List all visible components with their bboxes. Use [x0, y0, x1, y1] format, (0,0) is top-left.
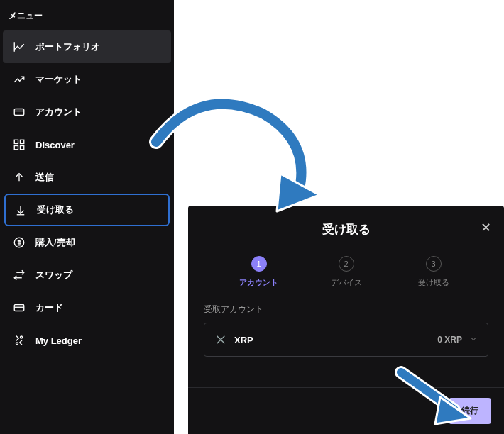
step-number: 1: [251, 256, 267, 272]
step-label: 受け取る: [418, 277, 449, 288]
step-label: デバイス: [331, 277, 362, 288]
modal-footer: 続行: [188, 387, 504, 434]
sidebar-item-accounts[interactable]: アカウント: [0, 96, 174, 128]
account-select[interactable]: XRP 0 XRP: [204, 323, 488, 357]
menu-heading: メニュー: [0, 6, 174, 30]
swap-icon: [13, 269, 26, 282]
modal-title: 受け取る: [322, 221, 371, 238]
svg-rect-3: [14, 146, 18, 150]
svg-point-7: [21, 336, 23, 338]
step-account: 1 アカウント: [215, 256, 302, 288]
sidebar-item-label: 受け取る: [37, 204, 74, 216]
chart-line-icon: [13, 40, 26, 53]
step-number: 3: [426, 256, 442, 272]
sidebar-item-card[interactable]: カード: [0, 291, 174, 324]
sidebar-item-label: カード: [35, 301, 63, 314]
account-balance: 0 XRP: [437, 335, 462, 345]
ledger-icon: [13, 334, 26, 347]
sidebar-item-discover[interactable]: Discover: [0, 128, 174, 161]
sidebar: メニュー ポートフォリオ マーケット アカウント Discover 送信: [0, 0, 174, 434]
sidebar-item-label: 送信: [35, 171, 54, 184]
wallet-icon: [13, 106, 26, 118]
step-device: 2 デバイス: [302, 256, 390, 288]
card-icon: [13, 301, 26, 314]
account-name: XRP: [234, 335, 437, 345]
chevron-down-icon: [469, 335, 478, 345]
grid-icon: [13, 138, 26, 151]
step-number: 2: [339, 256, 354, 272]
sidebar-item-label: Discover: [35, 140, 75, 150]
sidebar-item-label: 購入/売却: [35, 236, 75, 249]
sidebar-item-label: アカウント: [35, 106, 82, 118]
sidebar-item-market[interactable]: マーケット: [0, 63, 174, 96]
field-label: 受取アカウント: [204, 304, 488, 316]
arrow-down-icon: [14, 204, 27, 216]
sidebar-item-label: スワップ: [35, 269, 72, 282]
sidebar-item-swap[interactable]: スワップ: [0, 259, 174, 291]
xrp-icon: [214, 333, 227, 346]
sidebar-item-buy-sell[interactable]: 購入/売却: [0, 226, 174, 259]
step-label: アカウント: [239, 277, 278, 288]
sidebar-item-label: マーケット: [35, 73, 82, 86]
modal-body: 受取アカウント XRP 0 XRP: [188, 295, 504, 365]
svg-rect-0: [14, 109, 24, 116]
step-receive: 3 受け取る: [390, 256, 477, 288]
dollar-icon: [13, 236, 26, 249]
close-icon[interactable]: ✕: [481, 221, 491, 234]
sidebar-item-portfolio[interactable]: ポートフォリオ: [3, 30, 171, 63]
sidebar-item-label: My Ledger: [35, 335, 82, 346]
sidebar-item-label: ポートフォリオ: [35, 40, 100, 53]
trending-up-icon: [13, 73, 26, 86]
sidebar-item-my-ledger[interactable]: My Ledger: [0, 324, 174, 357]
modal-header: 受け取る ✕: [188, 206, 504, 246]
svg-rect-4: [21, 146, 24, 150]
receive-modal: 受け取る ✕ 1 アカウント 2 デバイス 3 受け取る 受取アカウント XRP…: [188, 206, 504, 434]
svg-rect-6: [14, 305, 24, 311]
stepper: 1 アカウント 2 デバイス 3 受け取る: [188, 246, 504, 295]
svg-point-8: [16, 343, 18, 345]
sidebar-item-receive[interactable]: 受け取る: [4, 194, 170, 226]
svg-rect-2: [21, 140, 24, 143]
continue-button[interactable]: 続行: [449, 398, 491, 424]
arrow-up-icon: [13, 171, 26, 184]
sidebar-item-send[interactable]: 送信: [0, 161, 174, 194]
svg-rect-1: [14, 140, 18, 143]
